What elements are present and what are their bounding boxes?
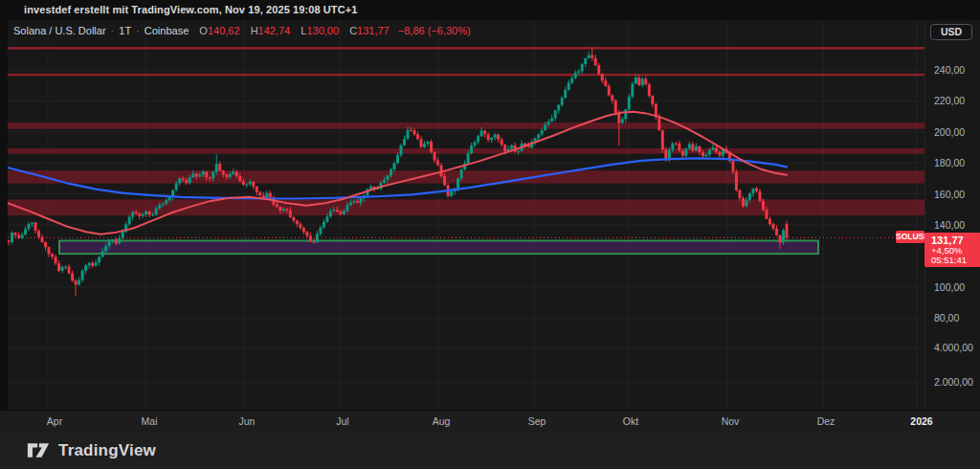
legend-separator: · bbox=[111, 25, 115, 36]
symbol-price-line-badge: SOLUSD bbox=[896, 231, 924, 243]
open-label: O bbox=[199, 25, 208, 36]
time-axis-label: Jun bbox=[239, 415, 256, 427]
change-value: −8,86 (−6,30%) bbox=[398, 25, 471, 36]
time-axis-label: Dez bbox=[817, 415, 835, 427]
tradingview-chart-screenshot: investdef erstellt mit TradingView.com, … bbox=[0, 0, 980, 469]
low-value: 130,00 bbox=[306, 25, 339, 36]
price-axis-label: 140,00 bbox=[934, 219, 965, 231]
tradingview-logo-text: TradingView bbox=[58, 441, 156, 460]
time-axis[interactable]: AprMaiJunJulAugSepOktNovDez2026 bbox=[0, 410, 980, 434]
price-axis-label: 200,00 bbox=[934, 126, 965, 138]
price-axis-label: 80,00 bbox=[934, 312, 959, 324]
secondary-axis-label: 2.000,00 bbox=[934, 376, 973, 388]
price-axis-label: 180,00 bbox=[934, 157, 965, 168]
secondary-axis-label: 4.000,00 bbox=[934, 342, 973, 353]
close-label: C bbox=[349, 25, 357, 36]
tradingview-logo-icon bbox=[27, 441, 50, 460]
candlestick-chart-canvas[interactable] bbox=[0, 0, 980, 469]
price-axis[interactable]: 240,00220,00200,00180,00160,00140,00100,… bbox=[924, 20, 980, 410]
price-axis-label: 160,00 bbox=[934, 189, 965, 200]
bottom-bar: TradingView bbox=[0, 433, 980, 469]
time-axis-label: 2026 bbox=[910, 415, 932, 427]
time-axis-label: Nov bbox=[722, 415, 740, 427]
support-box bbox=[59, 241, 818, 255]
last-price-label: 131,77 +4,50% 05:51:41 bbox=[924, 233, 980, 267]
time-axis-label: Jul bbox=[336, 415, 348, 427]
currency-unit-button[interactable]: USD bbox=[930, 24, 972, 40]
time-axis-label: Aug bbox=[433, 415, 451, 427]
price-axis-label: 240,00 bbox=[934, 64, 965, 76]
close-value: 131,77 bbox=[357, 25, 390, 36]
exchange-label: Coinbase bbox=[145, 25, 189, 36]
symbol-legend[interactable]: Solana / U.S. Dollar·1T·Coinbase O140,62… bbox=[13, 25, 471, 40]
price-axis-label: 100,00 bbox=[934, 281, 965, 293]
time-axis-label: Mai bbox=[142, 415, 158, 427]
high-value: 142,74 bbox=[258, 25, 291, 36]
open-value: 140,62 bbox=[208, 25, 240, 36]
legend-separator: · bbox=[136, 25, 140, 36]
time-axis-label: Okt bbox=[623, 415, 638, 427]
interval-label[interactable]: 1T bbox=[119, 25, 131, 36]
time-axis-label: Apr bbox=[47, 415, 62, 427]
price-axis-label: 220,00 bbox=[934, 95, 965, 106]
bar-close-countdown: 05:51:41 bbox=[931, 256, 980, 265]
tradingview-logo[interactable]: TradingView bbox=[27, 441, 156, 460]
high-label: H bbox=[251, 25, 258, 36]
plot-area bbox=[8, 20, 925, 410]
symbol-name[interactable]: Solana / U.S. Dollar bbox=[13, 25, 106, 36]
time-axis-label: Sep bbox=[528, 415, 546, 427]
